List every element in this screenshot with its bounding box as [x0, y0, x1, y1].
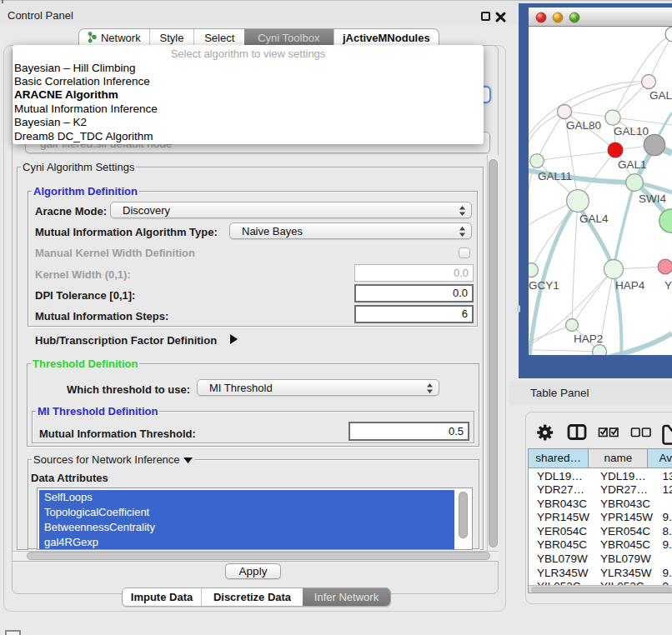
svg-text:GAL4: GAL4: [579, 212, 609, 225]
svg-text:GAL10: GAL10: [614, 125, 649, 138]
svg-text:SWI4: SWI4: [639, 192, 666, 205]
svg-text:GAL1: GAL1: [618, 158, 647, 171]
svg-text:HAP4: HAP4: [615, 279, 645, 292]
svg-text:GCY1: GCY1: [529, 279, 559, 292]
svg-text:GAL2: GAL2: [649, 89, 672, 102]
svg-text:GAL80: GAL80: [566, 119, 601, 132]
svg-text:YJ: YJ: [664, 279, 672, 292]
svg-text:HAP2: HAP2: [574, 332, 603, 345]
svg-text:GAL11: GAL11: [538, 170, 572, 182]
